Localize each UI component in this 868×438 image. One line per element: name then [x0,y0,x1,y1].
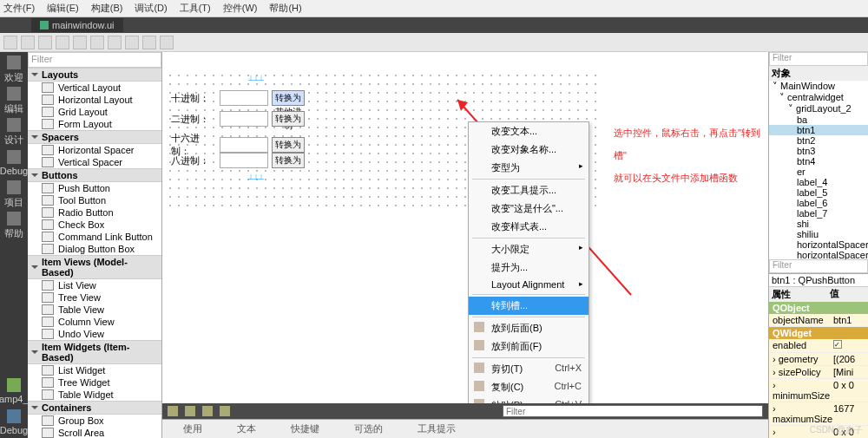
object-filter[interactable]: Filter [769,52,868,66]
action-icon[interactable] [185,406,195,416]
tab-text[interactable]: 文本 [237,422,256,435]
action-icon[interactable] [202,406,213,416]
input-dec[interactable] [220,90,268,106]
form-designer[interactable]: ⟂⟂⟂ 十进制：转换为其他进制 二进制：转换为 十六进制：转换为 八进制：转换为… [162,52,768,438]
widget-item[interactable]: Horizontal Spacer [28,144,161,156]
prop-val[interactable]: btn1 [832,314,868,326]
tab-used[interactable]: 使用 [183,422,202,435]
category-spacers[interactable]: Spacers [28,130,161,144]
input-hex[interactable] [220,137,268,153]
tool-btn[interactable] [38,36,52,49]
widget-item[interactable]: List View [28,279,161,291]
widget-filter[interactable]: Filter [28,52,161,68]
input-oct[interactable] [220,153,268,168]
context-item[interactable]: 放到后面(B) [469,319,589,337]
widget-item[interactable]: Dialog Button Box [28,243,161,255]
project-selector[interactable]: zamp4_1 [0,376,28,407]
widget-item[interactable]: Group Box [28,415,161,427]
tree-row[interactable]: ˅ gridLayout_2 [769,103,868,114]
mode-edit[interactable]: 编辑 [0,85,28,116]
context-item[interactable]: 剪切(T)Ctrl+X [469,360,589,378]
menu-build[interactable]: 构建(B) [91,2,123,15]
context-item[interactable]: 转到槽... [469,297,589,315]
widget-item[interactable]: Form Layout [28,118,161,130]
run-config[interactable]: Debug [0,407,28,438]
object-inspector[interactable]: 对象 ˅ MainWindow ˅ centralwidget ˅ gridLa… [769,66,868,259]
context-item[interactable]: 放到前面(F) [469,337,589,356]
v-spacer-icon[interactable]: ⟂⟂⟂ [248,172,283,184]
widget-item[interactable]: Grid Layout [28,106,161,118]
menu-help[interactable]: 帮助(H) [269,2,301,15]
widget-item[interactable]: Tree Widget [28,376,161,389]
widget-item[interactable]: Vertical Layout [28,82,161,94]
menu-debug[interactable]: 调试(D) [135,2,167,15]
property-row[interactable]: › minimumSize0 x 0 [769,379,868,402]
tree-row[interactable]: label_5 [769,187,868,198]
tool-btn[interactable] [108,36,122,49]
action-icon[interactable] [168,406,178,416]
context-item[interactable]: 改变工具提示... [469,181,589,199]
tree-row[interactable]: ˅ centralwidget [769,92,868,103]
btn3[interactable]: 转换为 [272,137,305,153]
context-item[interactable]: 提升为... [469,258,589,277]
section-qwidget[interactable]: QWidget [769,327,868,339]
tool-btn[interactable] [56,36,69,49]
btn1-selected[interactable]: 转换为其他进制 [272,90,305,106]
input-bin[interactable] [220,111,268,127]
tree-row[interactable]: label_4 [769,177,868,187]
menu-file[interactable]: 文件(F) [3,2,35,15]
context-item[interactable]: 改变对象名称... [469,141,589,159]
tool-btn[interactable] [73,36,87,49]
context-item[interactable]: 改变文本... [469,122,589,141]
widget-item[interactable]: Table Widget [28,389,161,401]
tree-row[interactable]: shi [769,219,868,229]
property-row[interactable]: › maximumSize1677 [769,402,868,426]
tree-row[interactable]: er [769,167,868,177]
widget-item[interactable]: Table View [28,304,161,316]
category-buttons[interactable]: Buttons [28,168,161,182]
context-item[interactable]: 改变"这是什么"... [469,199,589,218]
context-item[interactable]: Layout Alignment [469,277,589,292]
tree-row[interactable]: ˅ MainWindow [769,81,868,92]
widget-item[interactable]: Tree View [28,291,161,304]
menu-edit[interactable]: 编辑(E) [47,2,79,15]
widget-item[interactable]: Vertical Spacer [28,156,161,168]
widget-item[interactable]: Radio Button [28,206,161,219]
tree-row[interactable]: btn3 [769,146,868,156]
tab-shortcut[interactable]: 快捷键 [291,422,319,435]
category-layouts[interactable]: Layouts [28,68,161,82]
tab-tooltip[interactable]: 工具提示 [418,422,456,435]
category-itemviews[interactable]: Item Views (Model-Based) [28,255,161,279]
tree-row[interactable]: label_6 [769,198,868,208]
context-item[interactable]: 变型为 [469,159,589,177]
v-spacer-icon[interactable]: ⟂⟂⟂ [248,73,283,85]
widget-item[interactable]: Command Link Button [28,231,161,243]
tool-btn[interactable] [125,36,139,49]
widget-item[interactable]: Horizontal Layout [28,94,161,106]
tree-row[interactable]: btn1 [769,125,868,135]
mode-design[interactable]: 设计 [0,116,28,147]
tool-btn[interactable] [142,36,156,49]
property-row[interactable]: › geometry[(206 [769,353,868,366]
tool-btn[interactable] [3,36,17,49]
tree-row[interactable]: ba [769,114,868,125]
widget-item[interactable]: Column View [28,316,161,328]
tool-btn[interactable] [21,36,35,49]
mode-welcome[interactable]: 欢迎 [0,54,28,85]
file-tab[interactable]: mainwindow.ui [31,18,123,32]
section-qobject[interactable]: QObject [769,302,868,314]
tab-checkable[interactable]: 可选的 [354,422,383,435]
property-row[interactable]: enabled [769,339,868,353]
mode-debug[interactable]: Debug [0,147,28,179]
btn2[interactable]: 转换为 [272,111,305,127]
category-itemwidgets[interactable]: Item Widgets (Item-Based) [28,340,161,364]
tree-row[interactable]: shiliu [769,229,868,239]
tree-row[interactable]: btn4 [769,156,868,167]
widget-item[interactable]: Check Box [28,219,161,231]
tree-row[interactable]: horizontalSpacer [769,239,868,250]
widget-item[interactable]: Scroll Area [28,427,161,438]
tool-btn[interactable] [160,36,174,49]
widget-item[interactable]: Push Button [28,182,161,194]
widget-item[interactable]: Undo View [28,328,161,340]
prop-filter[interactable]: Filter [769,259,868,273]
